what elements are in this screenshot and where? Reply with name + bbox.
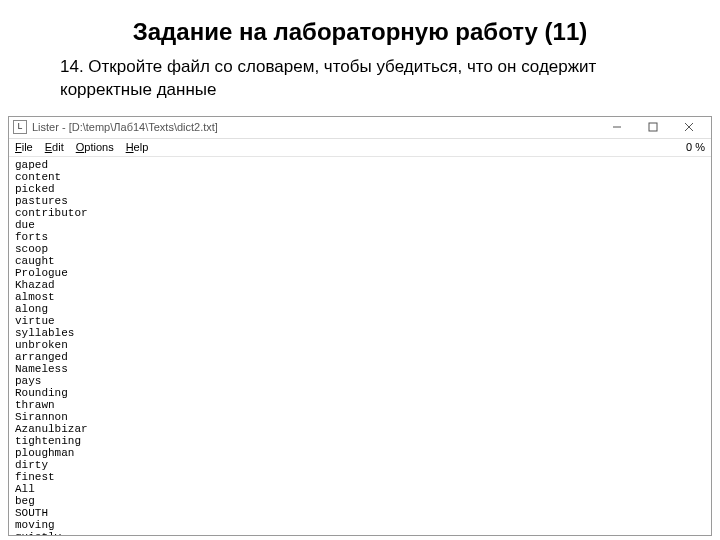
svg-rect-1 bbox=[649, 123, 657, 131]
menu-help[interactable]: Help bbox=[126, 141, 149, 153]
menubar: File Edit Options Help 0 % bbox=[9, 139, 711, 157]
menu-file[interactable]: File bbox=[15, 141, 33, 153]
window-controls bbox=[599, 116, 707, 138]
window-titlebar: L Lister - [D:\temp\Лаб14\Texts\dict2.tx… bbox=[9, 117, 711, 139]
lister-window: L Lister - [D:\temp\Лаб14\Texts\dict2.tx… bbox=[8, 116, 712, 536]
close-icon bbox=[684, 122, 694, 132]
menu-edit[interactable]: Edit bbox=[45, 141, 64, 153]
minimize-button[interactable] bbox=[599, 116, 635, 138]
maximize-icon bbox=[648, 122, 658, 132]
maximize-button[interactable] bbox=[635, 116, 671, 138]
close-button[interactable] bbox=[671, 116, 707, 138]
window-caption: Lister - [D:\temp\Лаб14\Texts\dict2.txt] bbox=[32, 121, 599, 133]
app-icon: L bbox=[13, 120, 27, 134]
slide-title: Задание на лабораторную работу (11) bbox=[0, 18, 720, 46]
menu-options[interactable]: Options bbox=[76, 141, 114, 153]
file-content: gaped content picked pastures contributo… bbox=[9, 157, 711, 535]
slide-instruction: 14. Откройте файл со словарем, чтобы убе… bbox=[0, 56, 720, 112]
scroll-percent: 0 % bbox=[686, 141, 705, 153]
minimize-icon bbox=[612, 122, 622, 132]
